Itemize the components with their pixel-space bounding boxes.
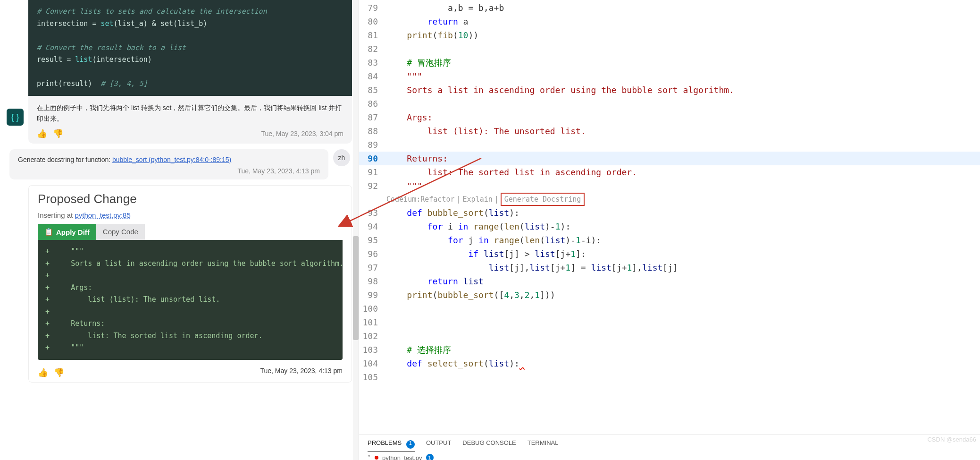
code-line[interactable]: 80 return a <box>359 15 980 28</box>
code-line[interactable]: 95 for j in range(len(list)-1-i): <box>359 233 980 247</box>
tab-problems[interactable]: PROBLEMS 1 <box>368 439 415 452</box>
codelens-row: Codeium: Refactor|Explain|Generate Docst… <box>359 193 980 206</box>
bottom-panel: PROBLEMS 1 OUTPUT DEBUG CONSOLE TERMINAL… <box>359 434 980 460</box>
line-content: a,b = b,a+b <box>386 1 504 15</box>
code-line[interactable]: 85 Sorts a list in ascending order using… <box>359 83 980 97</box>
line-number: 87 <box>359 111 386 124</box>
chat-scrollbar-track[interactable] <box>353 0 359 460</box>
code-line[interactable]: 79 a,b = b,a+b <box>359 1 980 15</box>
copy-code-button[interactable]: Copy Code <box>96 224 145 240</box>
user-message: Generate docstring for function: bubble_… <box>9 149 328 179</box>
tab-debug-console[interactable]: DEBUG CONSOLE <box>462 439 516 452</box>
thumbs-up-icon[interactable]: 👍 <box>37 128 47 139</box>
line-number: 94 <box>359 220 386 233</box>
line-content: """ <box>386 179 422 193</box>
tab-problems-label: PROBLEMS <box>368 439 402 449</box>
line-content: print(bubble_sort([4,3,2,1])) <box>386 288 555 302</box>
user-message-text: Generate docstring for function: <box>18 156 112 163</box>
line-number: 89 <box>359 138 386 152</box>
line-number: 96 <box>359 247 386 261</box>
code-line[interactable]: 105 <box>359 370 980 384</box>
line-number: 79 <box>359 1 386 15</box>
function-link[interactable]: bubble_sort (python_test.py:84:0-:89:15) <box>112 156 231 163</box>
line-content: list: The sorted list in ascending order… <box>386 165 637 179</box>
line-number: 91 <box>359 165 386 179</box>
code-line[interactable]: 97 list[j],list[j+1] = list[j+1],list[j] <box>359 261 980 274</box>
chat-pane: { } # Convert lists to sets and calculat… <box>0 0 359 460</box>
copy-code-label: Copy Code <box>103 228 138 236</box>
code-line[interactable]: 102 <box>359 329 980 343</box>
line-number: 95 <box>359 233 386 247</box>
code-line[interactable]: 90 Returns: <box>359 152 980 165</box>
problems-file-count: 1 <box>426 454 434 460</box>
code-line[interactable]: 94 for i in range(len(list)-1): <box>359 220 980 233</box>
apply-diff-label: Apply Diff <box>56 228 90 236</box>
thumbs-down-icon[interactable]: 👎 <box>54 367 64 378</box>
line-number: 93 <box>359 206 386 220</box>
codelens-explain[interactable]: Explain <box>463 193 493 206</box>
assistant-message: { } # Convert lists to sets and calculat… <box>28 0 352 144</box>
code-block: # Convert lists to sets and calculate th… <box>28 0 352 96</box>
line-number: 101 <box>359 315 386 329</box>
line-number: 81 <box>359 28 386 42</box>
proposed-title: Proposed Change <box>38 192 343 206</box>
line-content: list[j],list[j+1] = list[j+1],list[j] <box>386 261 678 274</box>
line-content: def bubble_sort(list): <box>386 206 519 220</box>
codelens-prefix: Codeium: <box>386 193 420 206</box>
message-timestamp: Tue, May 23, 2023, 3:04 pm <box>261 130 343 137</box>
code-line[interactable]: 83 # 冒泡排序 <box>359 56 980 69</box>
inserting-location-link[interactable]: python_test.py:85 <box>75 211 130 219</box>
code-line[interactable]: 91 list: The sorted list in ascending or… <box>359 165 980 179</box>
code-line[interactable]: 99 print(bubble_sort([4,3,2,1])) <box>359 288 980 302</box>
line-content: list (list): The unsorted list. <box>386 124 586 138</box>
code-line[interactable]: 103 # 选择排序 <box>359 343 980 357</box>
code-line[interactable]: 98 return list <box>359 274 980 288</box>
code-line[interactable]: 82 <box>359 42 980 56</box>
code-line[interactable]: 92 """ <box>359 179 980 193</box>
assistant-avatar-icon: { } <box>7 109 24 126</box>
line-number: 102 <box>359 329 386 343</box>
chat-scrollbar-thumb[interactable] <box>353 236 359 340</box>
line-content: return list <box>386 274 484 288</box>
line-number: 86 <box>359 97 386 111</box>
chevron-down-icon: ˅ <box>368 454 371 460</box>
tab-output[interactable]: OUTPUT <box>426 439 451 452</box>
message-timestamp: Tue, May 23, 2023, 4:13 pm <box>18 167 320 175</box>
code-line[interactable]: 93 def bubble_sort(list): <box>359 206 980 220</box>
code-area[interactable]: 79 a,b = b,a+b80 return a81 print(fib(10… <box>359 0 980 434</box>
thumbs-down-icon[interactable]: 👎 <box>53 128 63 139</box>
code-line[interactable]: 101 <box>359 315 980 329</box>
line-number: 100 <box>359 302 386 315</box>
problems-file-row[interactable]: ˅ python_test.py 1 <box>359 452 980 460</box>
line-content: # 选择排序 <box>386 343 451 357</box>
line-number: 104 <box>359 357 386 370</box>
proposed-change-card: Proposed Change Inserting at python_test… <box>28 185 352 383</box>
line-number: 83 <box>359 56 386 69</box>
codelens-refactor[interactable]: Refactor <box>420 193 454 206</box>
code-line[interactable]: 86 <box>359 97 980 111</box>
line-number: 84 <box>359 69 386 83</box>
thumbs-up-icon[interactable]: 👍 <box>38 367 48 378</box>
error-dot-icon <box>375 456 378 460</box>
code-line[interactable]: 89 <box>359 138 980 152</box>
problems-file-name: python_test.py <box>382 454 422 460</box>
codelens-generate-docstring[interactable]: Generate Docstring <box>501 193 585 206</box>
line-number: 103 <box>359 343 386 357</box>
code-line[interactable]: 81 print(fib(10)) <box>359 28 980 42</box>
code-line[interactable]: 96 if list[j] > list[j+1]: <box>359 247 980 261</box>
code-line[interactable]: 104 def select_sort(list): <box>359 357 980 370</box>
user-avatar: zh <box>333 149 350 166</box>
apply-diff-button[interactable]: 📋 Apply Diff <box>38 224 96 240</box>
line-number: 105 <box>359 370 386 384</box>
line-content: if list[j] > list[j+1]: <box>386 247 586 261</box>
line-content: for i in range(len(list)-1): <box>386 220 570 233</box>
tab-terminal[interactable]: TERMINAL <box>528 439 559 452</box>
code-line[interactable]: 87 Args: <box>359 111 980 124</box>
code-line[interactable]: 100 <box>359 302 980 315</box>
problems-badge: 1 <box>406 440 415 449</box>
apply-diff-icon: 📋 <box>44 228 53 236</box>
line-content: Sorts a list in ascending order using th… <box>386 83 734 97</box>
watermark: CSDN @senda66 <box>927 436 976 443</box>
code-line[interactable]: 88 list (list): The unsorted list. <box>359 124 980 138</box>
code-line[interactable]: 84 """ <box>359 69 980 83</box>
